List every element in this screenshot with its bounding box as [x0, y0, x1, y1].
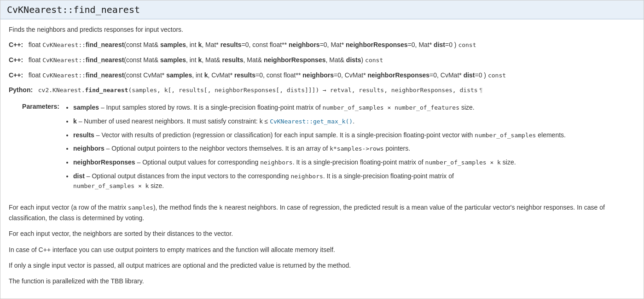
func-name-1: find_nearest	[86, 41, 124, 48]
sig1-text: float CvKNearest::find_nearest(const Mat…	[25, 41, 476, 48]
cpp-label-1: C++:	[9, 41, 23, 48]
param-item-neighborResponses: neighborResponses – Optional output valu…	[73, 158, 566, 168]
signature-2: C++: float CvKNearest::find_nearest(cons…	[9, 55, 635, 65]
param-desc-k: – Number of used nearest neighbors. It m…	[79, 117, 354, 125]
python-signature: Python: cv2.KNearest.find_nearest(sample…	[9, 85, 635, 95]
param-name-neighborResponses: neighborResponses	[73, 158, 135, 166]
param-dist-3: dist	[464, 71, 475, 79]
page-container: CvKNearest::find_nearest Finds the neigh…	[0, 0, 644, 299]
python-sig-text: cv2.KNearest.find_nearest(samples, k[, r…	[35, 86, 482, 94]
func-name-3: find_nearest	[86, 71, 124, 79]
param-item-results: results – Vector with results of predict…	[73, 130, 566, 141]
func-name-2: find_nearest	[86, 56, 124, 64]
const-1: const	[458, 41, 476, 48]
class-mono-1: CvKNearest::	[42, 41, 86, 48]
param-name-neighbors: neighbors	[73, 145, 104, 152]
param-k-1: k	[198, 41, 202, 48]
sig2-text: float CvKNearest::find_nearest(const Mat…	[25, 56, 383, 64]
description: Finds the neighbors and predicts respons…	[9, 26, 635, 33]
page-title: CvKNearest::find_nearest	[7, 4, 637, 15]
parameters-list: samples – Input samples stored by rows. …	[64, 103, 566, 195]
const-3: const	[488, 72, 506, 79]
title-bar: CvKNearest::find_nearest	[0, 0, 644, 19]
param-neighbors-1: neighbors	[289, 41, 320, 48]
neighborResponses-mono: neighbors	[260, 159, 292, 166]
param-neighborResponses-3: neighborResponses	[368, 71, 430, 79]
param-samples-1: samples	[160, 41, 186, 48]
parameters-section: Parameters: samples – Input samples stor…	[9, 103, 635, 195]
pilcrow: ¶	[480, 87, 482, 94]
para1-samples-mono: samples	[128, 204, 153, 211]
para1-k-mono: k	[219, 204, 223, 211]
param-k-2: k	[198, 56, 202, 64]
dist-neighbors-mono: neighbors	[290, 173, 323, 180]
param-desc-samples: – Input samples stored by rows. It is a …	[101, 104, 475, 111]
para-3: In case of C++ interface you can use out…	[9, 245, 635, 255]
param-desc-dist: – Optional output distances from the inp…	[73, 172, 454, 190]
cpp-label-3: C++:	[9, 71, 23, 79]
para-4: If only a single input vector is passed,…	[9, 260, 635, 270]
get-max-k-code: CvKNearest::get_max_k()	[270, 118, 353, 125]
param-name-k: k	[73, 117, 77, 125]
param-samples-2: samples	[160, 56, 186, 64]
param-desc-results: – Vector with results of prediction (reg…	[96, 131, 566, 139]
param-neighborResponses-2: neighborResponses	[264, 56, 326, 64]
para-1: For each input vector (a row of the matr…	[9, 202, 635, 223]
samples-mono: number_of_samples × number_of_features	[323, 104, 459, 111]
param-k-3: k	[204, 71, 208, 79]
param-name-results: results	[73, 131, 94, 139]
param-dist-1: dist	[434, 41, 445, 48]
param-dists-2: dists	[346, 56, 361, 64]
param-desc-neighbors: – Optional output pointers to the neighb…	[106, 145, 411, 152]
sig3-text: float CvKNearest::find_nearest(const CvM…	[25, 71, 506, 79]
python-sig-code: cv2.KNearest.find_nearest(samples, k[, r…	[38, 87, 478, 94]
const-2: const	[365, 57, 383, 64]
param-name-samples: samples	[73, 104, 99, 111]
class-mono-2: CvKNearest::	[42, 57, 86, 64]
param-results-2: results	[222, 56, 244, 64]
param-item-dist: dist – Optional output distances from th…	[73, 171, 566, 191]
param-desc-neighborResponses: – Optional output values for correspondi…	[137, 158, 516, 166]
get-max-k-link[interactable]: CvKNearest::get_max_k()	[270, 117, 353, 125]
results-mono: number_of_samples	[475, 132, 536, 139]
dist-size-mono: number_of_samples × k	[73, 182, 149, 189]
param-neighborResponses-1: neighborResponses	[346, 41, 408, 48]
param-name-dist: dist	[73, 172, 85, 180]
cpp-label-2: C++:	[9, 56, 23, 64]
param-results-3: results	[234, 71, 255, 79]
signature-1: C++: float CvKNearest::find_nearest(cons…	[9, 40, 635, 50]
class-mono-3: CvKNearest::	[42, 72, 86, 79]
param-neighbors-3: neighbors	[302, 71, 334, 79]
neighbors-mono: k*samples->rows	[330, 145, 383, 152]
param-results-1: results	[220, 41, 242, 48]
param-item-k: k – Number of used nearest neighbors. It…	[73, 117, 566, 127]
neighborResponses-size-mono: number_of_samples × k	[425, 159, 501, 166]
param-item-neighbors: neighbors – Optional output pointers to …	[73, 144, 566, 154]
python-label: Python:	[9, 86, 33, 94]
content: Finds the neighbors and predicts respons…	[0, 19, 644, 299]
param-item-samples: samples – Input samples stored by rows. …	[73, 103, 566, 113]
signature-3: C++: float CvKNearest::find_nearest(cons…	[9, 70, 635, 81]
parameters-label: Parameters:	[9, 103, 64, 195]
param-samples-3: samples	[166, 71, 192, 79]
para-2: For each input vector, the neighbors are…	[9, 229, 635, 239]
para-5: The function is parallelized with the TB…	[9, 276, 635, 286]
